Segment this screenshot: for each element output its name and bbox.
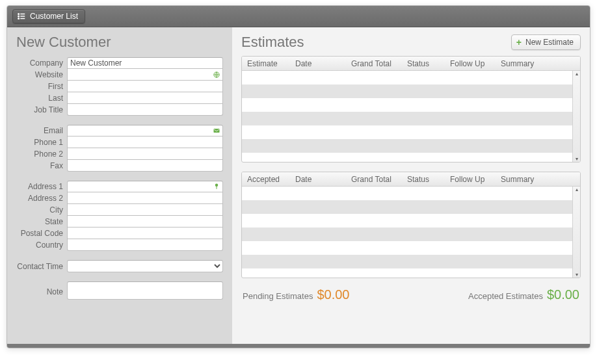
table-row[interactable] xyxy=(242,84,572,98)
list-icon xyxy=(17,12,26,21)
col-status[interactable]: Status xyxy=(402,59,445,68)
address2-label: Address 2 xyxy=(16,194,67,203)
pending-grid-body: ▴ ▾ xyxy=(242,71,580,162)
table-row[interactable] xyxy=(242,187,572,200)
city-input[interactable] xyxy=(67,204,223,216)
state-label: State xyxy=(16,217,67,226)
col-followup[interactable]: Follow Up xyxy=(445,59,496,68)
scrollbar[interactable]: ▴ ▾ xyxy=(572,187,580,278)
table-row[interactable] xyxy=(242,228,572,241)
first-input[interactable] xyxy=(67,81,223,92)
country-label: Country xyxy=(16,240,67,250)
plus-icon: + xyxy=(516,38,522,47)
col-followup[interactable]: Follow Up xyxy=(445,175,496,184)
scroll-up-icon[interactable]: ▴ xyxy=(573,187,580,192)
table-row[interactable] xyxy=(242,214,572,228)
scroll-up-icon[interactable]: ▴ xyxy=(573,71,580,77)
col-grandtotal[interactable]: Grand Total xyxy=(346,59,402,68)
phone2-label: Phone 2 xyxy=(16,150,67,159)
pending-estimates-grid: Estimate Date Grand Total Status Follow … xyxy=(241,56,581,162)
toolbar: Customer List xyxy=(7,6,590,27)
phone1-label: Phone 1 xyxy=(16,138,67,147)
company-label: Company xyxy=(16,58,67,68)
accepted-grid-header: Accepted Date Grand Total Status Follow … xyxy=(242,172,580,187)
jobtitle-input[interactable] xyxy=(67,104,223,116)
scroll-down-icon[interactable]: ▾ xyxy=(573,272,580,278)
address2-input[interactable] xyxy=(67,192,223,204)
table-row[interactable] xyxy=(242,255,572,268)
table-row[interactable] xyxy=(242,241,572,255)
col-date[interactable]: Date xyxy=(290,59,346,68)
table-row[interactable] xyxy=(242,139,572,153)
svg-point-0 xyxy=(18,14,20,15)
col-grandtotal[interactable]: Grand Total xyxy=(346,175,402,184)
phone1-input[interactable] xyxy=(67,136,223,148)
col-summary[interactable]: Summary xyxy=(496,59,580,68)
last-label: Last xyxy=(16,94,67,103)
postal-label: Postal Code xyxy=(16,229,67,238)
address1-label: Address 1 xyxy=(16,182,67,191)
contacttime-select[interactable] xyxy=(67,260,223,272)
scrollbar[interactable]: ▴ ▾ xyxy=(572,71,580,162)
company-input[interactable] xyxy=(67,57,223,69)
first-label: First xyxy=(16,82,67,91)
new-estimate-button[interactable]: + New Estimate xyxy=(511,34,581,50)
fax-label: Fax xyxy=(16,161,67,170)
table-row[interactable] xyxy=(242,153,572,162)
email-input[interactable] xyxy=(67,125,223,136)
totals-row: Pending Estimates $0.00 Accepted Estimat… xyxy=(241,287,581,302)
table-row[interactable] xyxy=(242,268,572,278)
estimates-title: Estimates xyxy=(241,34,304,51)
accepted-estimates-grid: Accepted Date Grand Total Status Follow … xyxy=(241,172,581,278)
table-row[interactable] xyxy=(242,125,572,139)
fax-input[interactable] xyxy=(67,160,223,172)
accepted-total-label: Accepted Estimates xyxy=(468,291,543,301)
scroll-down-icon[interactable]: ▾ xyxy=(573,156,580,162)
contacttime-label: Contact Time xyxy=(16,262,67,271)
table-row[interactable] xyxy=(242,71,572,84)
city-label: City xyxy=(16,205,67,214)
table-row[interactable] xyxy=(242,98,572,112)
col-accepted[interactable]: Accepted xyxy=(242,175,290,184)
pending-total-label: Pending Estimates xyxy=(243,291,313,301)
accepted-total-amount: $0.00 xyxy=(547,287,579,302)
address1-input[interactable] xyxy=(67,181,223,192)
customer-list-button[interactable]: Customer List xyxy=(12,9,85,23)
postal-input[interactable] xyxy=(67,228,223,239)
content: New Customer Company Website xyxy=(7,27,590,348)
last-input[interactable] xyxy=(67,92,223,104)
table-row[interactable] xyxy=(242,200,572,214)
new-estimate-label: New Estimate xyxy=(525,38,574,47)
website-input[interactable] xyxy=(67,69,223,81)
note-input[interactable] xyxy=(67,281,223,300)
left-panel: New Customer Company Website xyxy=(7,27,232,344)
jobtitle-label: Job Title xyxy=(16,105,67,114)
country-input[interactable] xyxy=(67,239,223,251)
col-estimate[interactable]: Estimate xyxy=(242,59,290,68)
svg-point-2 xyxy=(18,16,20,17)
note-label: Note xyxy=(16,287,67,296)
pending-total-amount: $0.00 xyxy=(317,287,349,302)
col-status[interactable]: Status xyxy=(402,175,445,184)
col-summary[interactable]: Summary xyxy=(496,175,580,184)
pending-grid-header: Estimate Date Grand Total Status Follow … xyxy=(242,57,580,71)
app-window: Customer List New Customer Company Websi… xyxy=(7,5,590,348)
accepted-grid-body: ▴ ▾ xyxy=(242,187,580,278)
state-input[interactable] xyxy=(67,216,223,228)
website-label: Website xyxy=(16,70,67,79)
phone2-input[interactable] xyxy=(67,148,223,160)
col-date[interactable]: Date xyxy=(290,175,346,184)
email-label: Email xyxy=(16,126,67,135)
page-title: New Customer xyxy=(16,34,230,51)
customer-list-label: Customer List xyxy=(30,12,78,21)
right-panel: Estimates + New Estimate Estimate Date G… xyxy=(232,27,590,344)
svg-point-4 xyxy=(18,18,20,20)
table-row[interactable] xyxy=(242,112,572,125)
